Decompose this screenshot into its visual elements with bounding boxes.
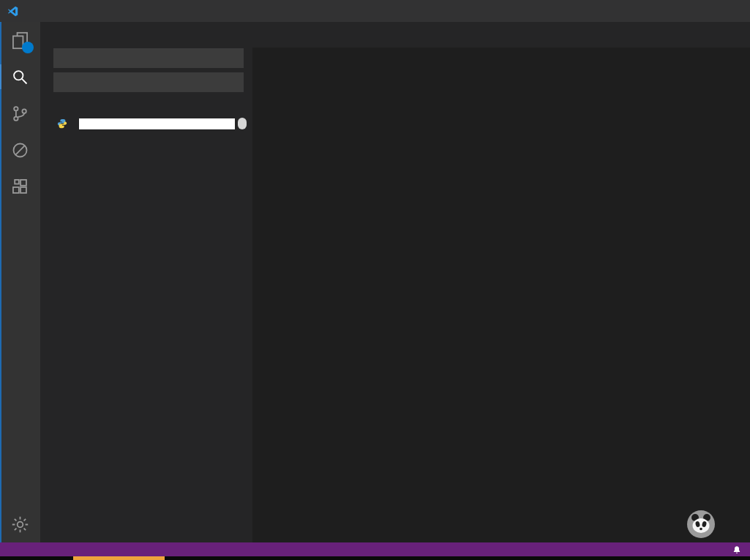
- code-editor[interactable]: [252, 48, 689, 542]
- search-sidebar: [40, 22, 252, 542]
- explorer-badge: [22, 42, 34, 53]
- brand-watermark: [686, 510, 724, 539]
- overview-ruler[interactable]: [740, 48, 750, 542]
- search-icon[interactable]: [0, 58, 40, 95]
- extensions-icon[interactable]: [0, 168, 40, 205]
- results-summary: [40, 105, 252, 116]
- result-count-badge: [238, 118, 247, 129]
- search-input[interactable]: [53, 48, 244, 68]
- python-file-icon: [57, 118, 67, 129]
- bottom-orange-bar: [73, 556, 165, 560]
- toggle-search-details-icon[interactable]: [53, 97, 244, 105]
- editor-group: [252, 22, 750, 542]
- bottom-strip: [0, 556, 750, 560]
- window-edge-accent: [0, 22, 1, 556]
- settings-gear-icon[interactable]: [0, 506, 40, 542]
- vscode-window: [0, 0, 750, 560]
- notifications-bell-icon[interactable]: [732, 545, 741, 554]
- editor-actions: [740, 22, 750, 48]
- tab-bar: [252, 22, 750, 48]
- result-file-row[interactable]: [40, 116, 252, 132]
- white-overlay-box: [79, 118, 235, 129]
- explorer-icon[interactable]: [0, 22, 40, 58]
- replace-input[interactable]: [53, 72, 244, 92]
- activity-bar: [0, 22, 40, 542]
- debug-icon[interactable]: [0, 132, 40, 168]
- panda-logo-icon: [686, 510, 716, 539]
- source-control-icon[interactable]: [0, 95, 40, 132]
- minimap[interactable]: [689, 48, 740, 542]
- status-bar: [0, 542, 750, 556]
- titlebar: [0, 0, 750, 22]
- vscode-logo-icon: [7, 5, 19, 18]
